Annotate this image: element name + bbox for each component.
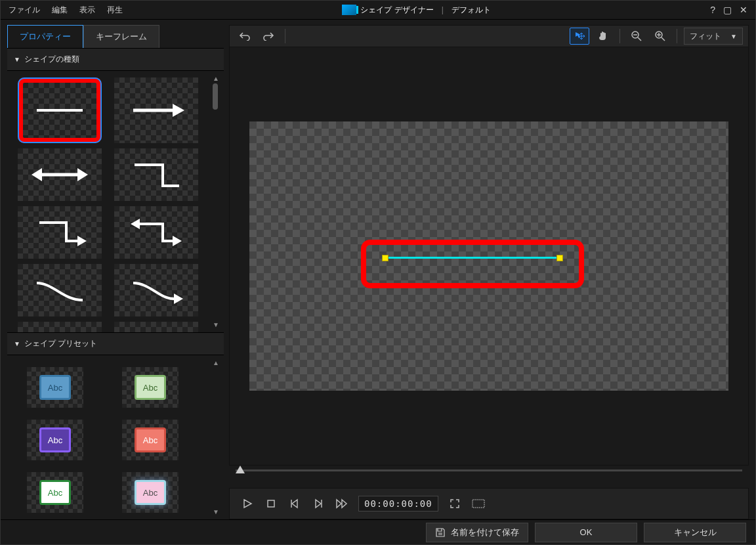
shape-elbow-right[interactable] [114,148,198,201]
preset-item-1[interactable]: Abc [122,367,178,408]
window-title: シェイプ デザイナー | デフォルト [123,5,710,16]
preset-box: Abc [39,427,71,452]
undo-button[interactable] [235,28,255,45]
step-forward-button[interactable] [311,496,326,511]
timeline-track [236,469,742,471]
play-button[interactable] [240,496,255,511]
fast-forward-button[interactable] [335,496,349,511]
ok-label: OK [580,527,593,537]
timecode-display[interactable]: 00:00:00:00 [358,496,438,512]
preset-item-0[interactable]: Abc [27,367,83,408]
shape-type-area: ▲ ▼ [7,71,224,332]
help-icon[interactable]: ? [710,5,715,15]
preset-area: AbcAbcAbcAbcAbcAbc ▲ ▼ [7,355,224,519]
shape-scrollbar[interactable]: ▲ ▼ [208,71,224,332]
svg-marker-19 [244,500,251,508]
shape-elbow-double-arrow[interactable] [114,206,198,259]
title-separator: | [442,5,444,14]
timeline-playhead[interactable] [236,466,245,473]
main-menu: ファイル 編集 表示 再生 [9,5,123,16]
canvas-toolbar: フィット ▼ [229,25,749,47]
step-back-button[interactable] [287,496,302,511]
tab-keyframes[interactable]: キーフレーム [83,25,159,48]
section-shape-type[interactable]: ▼ シェイプの種類 [7,48,224,71]
preset-grid: AbcAbcAbcAbcAbcAbc [7,355,208,519]
menu-view[interactable]: 表示 [79,5,95,16]
pan-tool-button[interactable] [593,28,613,45]
svg-marker-3 [32,168,42,181]
svg-marker-2 [173,104,184,117]
menu-file[interactable]: ファイル [9,5,40,16]
canvas [249,121,728,391]
scroll-up-icon[interactable]: ▲ [213,75,219,82]
move-tool-button[interactable] [570,28,589,45]
chevron-down-icon: ▼ [14,56,20,63]
app-title: シェイプ デザイナー [360,5,433,16]
section-shape-preset-label: シェイプ プリセット [24,338,97,349]
tabs: プロパティー キーフレーム [7,25,224,48]
timeline[interactable] [229,466,749,484]
preset-scrollbar[interactable]: ▲ ▼ [208,355,224,519]
preset-box: Abc [39,375,71,400]
shape-grid [7,71,208,332]
cancel-button[interactable]: キャンセル [644,523,746,542]
svg-marker-6 [77,236,87,246]
zoom-fit-select[interactable]: フィット ▼ [684,28,743,45]
shape-curve-arrow[interactable] [114,264,198,316]
chevron-down-icon: ▼ [14,340,20,347]
document-name: デフォルト [452,5,491,16]
save-as-button[interactable]: 名前を付けて保存 [426,523,528,542]
preset-box: Abc [39,480,71,505]
safe-area-button[interactable] [471,496,486,511]
save-as-label: 名前を付けて保存 [451,527,519,538]
svg-marker-8 [173,236,182,246]
svg-marker-26 [342,500,346,508]
svg-marker-5 [77,168,88,181]
preset-item-2[interactable]: Abc [27,420,83,460]
preset-item-5[interactable]: Abc [122,472,178,513]
section-shape-type-label: シェイプの種類 [24,54,79,65]
playback-bar: 00:00:00:00 [229,488,749,519]
shape-line-object[interactable] [385,257,560,259]
menu-play[interactable]: 再生 [107,5,123,16]
preset-item-3[interactable]: Abc [122,420,178,460]
svg-line-18 [662,37,665,41]
app-logo-icon [342,5,356,15]
svg-marker-9 [174,294,183,304]
scroll-down-icon[interactable]: ▼ [213,321,219,328]
scroll-thumb[interactable] [213,83,218,110]
shape-curve[interactable] [18,264,102,316]
redo-button[interactable] [259,28,278,45]
shape-elbow-arrow[interactable] [18,206,102,259]
stop-button[interactable] [264,496,278,511]
shape-arrow-double[interactable] [18,148,102,201]
svg-line-14 [638,37,641,41]
zoom-in-button[interactable] [650,28,670,45]
left-panel: プロパティー キーフレーム ▼ シェイプの種類 [7,25,224,519]
chevron-down-icon: ▼ [730,33,737,40]
fullscreen-button[interactable] [448,496,462,511]
section-shape-preset[interactable]: ▼ シェイプ プリセット [7,332,224,355]
svg-marker-23 [316,500,321,508]
scroll-down-icon[interactable]: ▼ [213,508,219,515]
preset-item-4[interactable]: Abc [27,472,83,513]
svg-rect-20 [268,500,274,507]
ok-button[interactable]: OK [535,523,637,542]
maximize-icon[interactable]: ▢ [723,5,732,15]
menu-edit[interactable]: 編集 [52,5,68,16]
preset-box: Abc [135,375,166,400]
canvas-area[interactable] [229,47,749,466]
svg-rect-27 [472,500,484,508]
close-icon[interactable]: ✕ [740,5,747,15]
shape-line[interactable] [18,77,102,143]
shape-rectangle[interactable] [114,322,198,332]
scroll-up-icon[interactable]: ▲ [213,359,219,366]
svg-marker-25 [337,500,341,508]
tab-properties[interactable]: プロパティー [7,25,83,48]
svg-marker-7 [131,219,140,229]
shape-arrow-right[interactable] [114,77,198,143]
canvas-selection-highlight [361,240,584,288]
zoom-out-button[interactable] [627,28,646,45]
shape-curve-double-arrow[interactable] [18,322,102,332]
cancel-label: キャンセル [674,527,717,538]
